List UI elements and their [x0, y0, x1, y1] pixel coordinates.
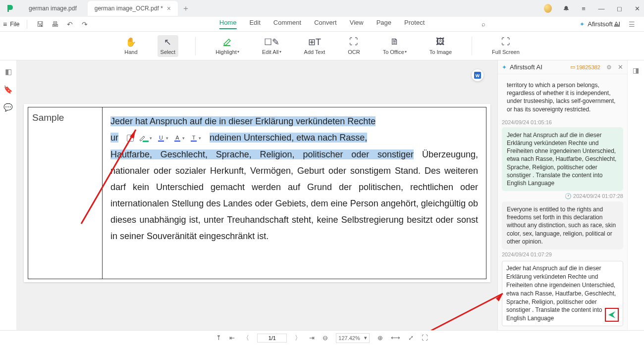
select-label: Select [161, 49, 176, 55]
comment-icon[interactable]: 💬 [3, 103, 13, 112]
selected-text[interactable]: Hautfarbe, Geschlecht, Sprache, Religion… [110, 149, 414, 159]
minimize-icon[interactable]: — [597, 5, 605, 12]
svg-text:U: U [159, 135, 163, 141]
ocr-tool[interactable]: ⛶ OCR [345, 35, 363, 57]
print-icon[interactable]: 🖶 [49, 18, 61, 30]
tab-german-image-ocr[interactable]: german image_OCR.pdf * × [88, 1, 178, 16]
scroll-top-icon[interactable]: ⤒ [216, 334, 221, 342]
cloud-icon[interactable]: ☁ [613, 20, 620, 28]
sample-label: Sample [32, 112, 64, 123]
document-viewport[interactable]: W Sample Jeder hat Anspruch auf die in d… [17, 60, 497, 330]
bookmark-icon[interactable]: 🔖 [3, 85, 13, 94]
chat-message-user: Jeder hat Anspruch auf die in dieser Erk… [502, 127, 623, 191]
next-page-icon[interactable]: 〉 [295, 334, 301, 343]
ocr-icon: ⛶ [349, 37, 358, 47]
timestamp: 🕐 2024/09/24 01:07:28 [502, 193, 623, 199]
to-image-tool[interactable]: 🖼 To Image [427, 35, 455, 57]
underline-button[interactable]: U▾ [157, 130, 168, 147]
fit-width-icon[interactable]: ⟷ [391, 334, 400, 342]
redo-icon[interactable]: ↷ [79, 18, 91, 30]
ribbon-tabs: Home Edit Comment Convert View Page Prot… [219, 19, 425, 29]
zoom-select[interactable]: 127.42%▾ [336, 333, 369, 343]
menu-icon[interactable]: ≡ [3, 20, 7, 28]
word-export-badge[interactable]: W [472, 69, 483, 81]
chat-body[interactable]: territory to which a person belongs, reg… [498, 74, 627, 258]
tab-page[interactable]: Page [376, 19, 391, 29]
right-rail: ◨ [627, 60, 644, 330]
svg-text:T: T [192, 135, 196, 141]
file-menu[interactable]: File [10, 21, 19, 28]
close-icon[interactable]: ✕ [633, 5, 641, 12]
text-cell[interactable]: Jeder hat Anspruch auf die in dieser Erk… [103, 107, 486, 279]
fullscreen-tool[interactable]: ⛶ Full Screen [489, 35, 523, 57]
svg-rect-6 [174, 141, 180, 142]
svg-line-9 [81, 130, 136, 224]
ocr-label: OCR [348, 49, 360, 55]
chat-input[interactable]: Jeder hat Anspruch auf die in dieser Erk… [502, 261, 623, 326]
sparkle-icon: ✦ [580, 21, 585, 28]
titlebar: german image.pdf german image_OCR.pdf * … [0, 0, 644, 17]
highlight-tool[interactable]: Highlight▾ [213, 35, 242, 57]
close-icon[interactable]: ✕ [618, 63, 623, 71]
input-text: Jeder hat Anspruch auf die in dieser Erk… [506, 265, 616, 322]
search-icon[interactable]: ⌕ [482, 20, 485, 28]
tab-convert[interactable]: Convert [314, 19, 337, 29]
last-page-icon[interactable]: ⇥ [309, 334, 315, 342]
send-button[interactable] [605, 308, 619, 322]
first-page-icon[interactable]: ⇤ [229, 334, 235, 342]
hand-tool[interactable]: ✋ Hand [121, 35, 140, 57]
fit-page-icon[interactable]: ⤢ [408, 334, 414, 342]
selected-text[interactable]: Jeder hat Anspruch auf die in dieser Erk… [110, 116, 376, 126]
bell-icon[interactable]: 🔔︎ [562, 5, 570, 12]
selected-text[interactable]: ndeinen Unterschied, etwa nach Rasse, [210, 133, 367, 143]
tab-german-image[interactable]: german image.pdf [22, 1, 84, 16]
present-icon[interactable]: ⛶ [422, 334, 428, 342]
font-color-button[interactable]: A▾ [173, 130, 185, 147]
zoom-out-icon[interactable]: ⊖ [322, 334, 328, 342]
maximize-icon[interactable]: ◻ [615, 5, 623, 12]
tab-label: german image.pdf [29, 5, 77, 12]
edit-icon: ☐✎ [264, 37, 279, 47]
menu-bar: ≡ File 🖫 🖶 ↶ ↷ Home Edit Comment Convert… [0, 17, 644, 32]
ai-chat-panel: ✦ Afirstsoft AI ▭ 19825382 ⚙ ✕ territory… [497, 60, 627, 330]
tab-home[interactable]: Home [219, 19, 237, 29]
add-text-tool[interactable]: ⊞T Add Text [301, 35, 328, 57]
tab-view[interactable]: View [350, 19, 364, 29]
tab-protect[interactable]: Protect [404, 19, 425, 29]
tab-comment[interactable]: Comment [273, 19, 301, 29]
office-icon: 🗎 [390, 37, 399, 47]
editall-label: Edit All [262, 49, 279, 55]
sidebar-toggle-icon[interactable]: ◨ [633, 66, 639, 74]
close-icon[interactable]: × [167, 4, 171, 12]
svg-text:A: A [175, 135, 179, 141]
tab-edit[interactable]: Edit [249, 19, 260, 29]
chat-message-ai: Everyone is entitled to the rights and f… [502, 201, 623, 249]
add-tab-button[interactable]: ＋ [182, 3, 190, 14]
save-icon[interactable]: 🖫 [34, 18, 46, 30]
annotation-arrow-right [429, 289, 508, 333]
prev-page-icon[interactable]: 〈 [243, 334, 249, 343]
gear-icon[interactable]: ⚙ [606, 64, 612, 71]
svg-rect-4 [158, 141, 164, 142]
select-tool[interactable]: ↖ Select [158, 35, 179, 57]
toolbar: ✋ Hand ↖ Select Highlight▾ ☐✎ Edit All▾ … [0, 32, 644, 60]
text-button[interactable]: T▾ [190, 130, 201, 147]
chat-title: Afirstsoft AI [510, 63, 542, 71]
credits-badge[interactable]: ▭ 19825382 [570, 64, 600, 70]
thumbnails-icon[interactable]: ◧ [5, 67, 12, 76]
user-avatar[interactable] [544, 4, 552, 13]
hand-label: Hand [124, 49, 137, 55]
svg-text:W: W [476, 73, 480, 78]
hamburger-icon[interactable]: ≡ [580, 5, 588, 12]
chat-message: territory to which a person belongs, reg… [502, 77, 623, 117]
to-office-tool[interactable]: 🗎 To Office▾ [380, 35, 410, 57]
tab-label: german image_OCR.pdf * [95, 5, 163, 12]
page-input[interactable] [257, 334, 287, 343]
chat-input-area: Jeder hat Anspruch auf die in dieser Erk… [498, 258, 627, 330]
cursor-icon: ↖ [164, 37, 171, 47]
zoom-in-icon[interactable]: ⊕ [377, 334, 383, 342]
undo-icon[interactable]: ↶ [64, 18, 76, 30]
body-text[interactable]: Überzeugung, nationaler oder sozialer He… [110, 149, 478, 241]
panel-icon[interactable]: ☰ [629, 20, 635, 28]
edit-all-tool[interactable]: ☐✎ Edit All▾ [259, 35, 284, 57]
